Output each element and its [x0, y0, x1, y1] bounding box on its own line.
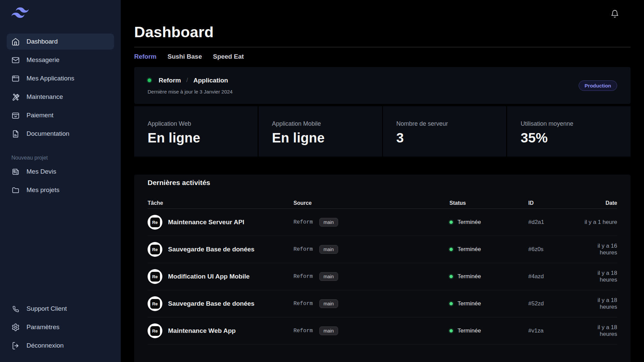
sidebar-item-mes-devis[interactable]: Mes Devis	[7, 164, 114, 180]
avatar-label: Re	[150, 272, 160, 282]
avatar-label: Re	[150, 299, 160, 309]
sidebar-item-deconnexion[interactable]: Déconnexion	[7, 338, 114, 354]
breadcrumb-separator: /	[186, 77, 188, 84]
branch-chip: main	[319, 245, 338, 254]
newspaper-icon	[11, 168, 20, 176]
stat-nombre-serveur: Nombre de serveur 3	[383, 106, 506, 157]
sidebar-item-label: Mes Devis	[26, 168, 56, 175]
avatar: Re	[148, 323, 162, 338]
task-id: #v1za	[528, 327, 579, 334]
table-row[interactable]: Re Sauvegarde Base de donées Reform main…	[148, 290, 617, 317]
bell-icon	[610, 9, 619, 18]
sidebar-item-messagerie[interactable]: Messagerie	[7, 52, 114, 68]
activities-table: Tâche Source Status ID Date Re Maintenan…	[148, 197, 617, 345]
stat-label: Application Web	[148, 120, 244, 127]
sidebar-item-support-client[interactable]: Support Client	[7, 301, 114, 317]
task-id: #6z0s	[528, 246, 579, 253]
sidebar-item-maintenance[interactable]: Maintenance	[7, 89, 114, 105]
source-name: Reform	[293, 246, 313, 252]
status-dot	[449, 248, 453, 251]
source-name: Reform	[293, 328, 313, 334]
sidebar-item-label: Paiement	[26, 112, 53, 119]
source-name: Reform	[293, 274, 313, 280]
tab-reform[interactable]: Reform	[134, 53, 157, 60]
task-name: Sauvegarde Base de donées	[168, 246, 255, 253]
stat-label: Utilisation moyenne	[521, 120, 617, 127]
project-tabs: Reform Sushi Base Speed Eat	[134, 53, 631, 60]
sidebar-item-label: Dashboard	[26, 38, 58, 45]
stat-value: En ligne	[272, 130, 369, 145]
activities-section: Dernières activités Tâche Source Status …	[134, 175, 631, 362]
status-text: Terminée	[458, 273, 481, 280]
stat-label: Nombre de serveur	[396, 120, 493, 127]
column-header-id: ID	[528, 200, 579, 206]
avatar: Re	[148, 269, 162, 284]
source-name: Reform	[293, 301, 313, 307]
sidebar-item-parametres[interactable]: Paramètres	[7, 319, 114, 335]
task-name: Sauvegarde Base de donées	[168, 300, 255, 307]
title-divider	[134, 47, 631, 47]
notifications-button[interactable]	[610, 9, 620, 19]
sidebar-item-paiement[interactable]: Paiement	[7, 107, 114, 123]
task-date: il y a 18 heures	[579, 297, 617, 310]
stat-application-mobile: Application Mobile En ligne	[259, 106, 382, 157]
stat-value: 3	[396, 130, 493, 145]
last-update-text: Dernière mise à jour le 3 Janvier 2024	[148, 89, 232, 95]
sidebar-footer-nav: Support Client Paramètres Déconnexion	[7, 301, 114, 356]
status-dot	[449, 275, 453, 278]
stat-utilisation-moyenne: Utilisation moyenne 35%	[507, 106, 631, 157]
logout-icon	[11, 342, 20, 350]
branch-chip: main	[319, 272, 338, 281]
sidebar-project-nav: Mes Devis Mes projets	[7, 164, 114, 200]
avatar: Re	[148, 296, 162, 311]
avatar-label: Re	[150, 245, 160, 254]
branch-chip: main	[319, 218, 338, 227]
sidebar-item-mes-projets[interactable]: Mes projets	[7, 182, 114, 198]
sidebar-item-label: Maintenance	[26, 93, 63, 101]
environment-badge: Production	[579, 80, 617, 91]
topbar	[134, 9, 631, 22]
task-name: Maintenance Serveur API	[168, 219, 244, 226]
task-date: il y a 18 heures	[579, 324, 617, 338]
tab-sushi-base[interactable]: Sushi Base	[168, 53, 202, 60]
sidebar-item-dashboard[interactable]: Dashboard	[7, 34, 114, 50]
breadcrumb-root[interactable]: Reform	[159, 77, 181, 84]
avatar-label: Re	[150, 326, 160, 336]
table-row[interactable]: Re Maintenance Web App Reform main Termi…	[148, 317, 617, 345]
sidebar-item-label: Messagerie	[26, 56, 59, 64]
table-row[interactable]: Re Maintenance Serveur API Reform main T…	[148, 209, 617, 236]
sidebar-item-label: Mes Applications	[26, 75, 74, 82]
column-header-status: Status	[449, 200, 528, 206]
status-text: Terminée	[458, 327, 481, 334]
tab-speed-eat[interactable]: Speed Eat	[213, 53, 244, 60]
task-date: il y a 1 heure	[579, 219, 617, 226]
breadcrumb-current[interactable]: Application	[194, 77, 228, 84]
sidebar-item-label: Mes projets	[26, 186, 59, 194]
phone-icon	[11, 305, 20, 313]
status-text: Terminée	[458, 300, 481, 307]
breadcrumb: Reform / Application	[148, 77, 232, 84]
file-text-icon	[11, 130, 20, 138]
sidebar-item-documentation[interactable]: Documentation	[7, 126, 114, 142]
app-logo	[7, 7, 114, 18]
folder-icon	[11, 186, 20, 194]
branch-chip: main	[319, 326, 338, 335]
table-row[interactable]: Re Sauvegarde Base de donées Reform main…	[148, 236, 617, 263]
branch-chip: main	[319, 299, 338, 308]
task-id: #4azd	[528, 273, 579, 280]
project-status-dot	[148, 78, 151, 82]
tools-icon	[11, 93, 20, 101]
sidebar-section-label: Nouveau projet	[7, 155, 114, 161]
table-header-row: Tâche Source Status ID Date	[148, 197, 617, 209]
task-name: Modification UI App Mobile	[168, 273, 250, 280]
sidebar-item-mes-applications[interactable]: Mes Applications	[7, 70, 114, 86]
home-icon	[11, 38, 20, 46]
column-header-date: Date	[579, 200, 617, 206]
sidebar-item-label: Documentation	[26, 130, 69, 137]
task-date: il y a 16 heures	[579, 243, 617, 256]
avatar: Re	[148, 215, 162, 230]
table-row[interactable]: Re Modification UI App Mobile Reform mai…	[148, 263, 617, 290]
task-date: il y a 18 heures	[579, 270, 617, 283]
app-window-icon	[11, 74, 20, 83]
status-text: Terminée	[458, 219, 481, 226]
